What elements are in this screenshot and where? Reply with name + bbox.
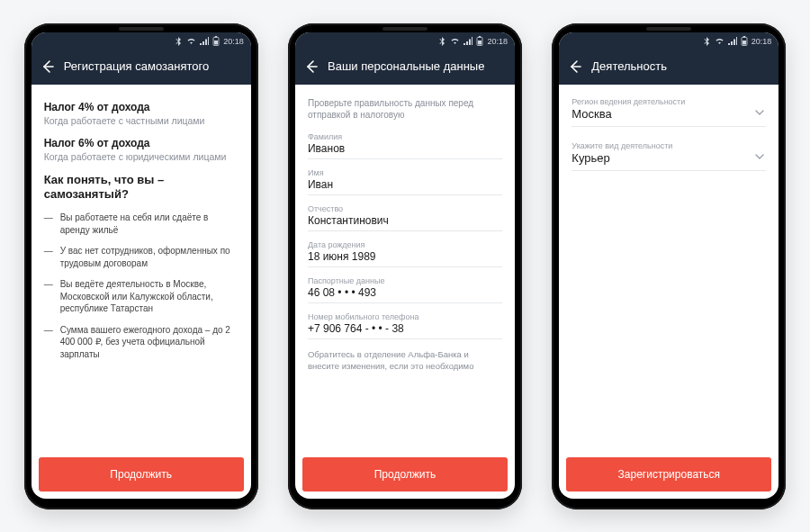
app-bar-title: Регистрация самозанятого: [64, 59, 210, 73]
bluetooth-icon: [439, 37, 446, 46]
field-value: Иван: [308, 178, 502, 191]
screen-3: 20:18 Деятельность Регион ведения деятел…: [559, 32, 778, 499]
dob-field[interactable]: Дата рождения 18 июня 1989: [308, 240, 502, 267]
app-bar-title: Ваши персональные данные: [328, 59, 484, 73]
signal-icon: [464, 37, 472, 45]
activity-select[interactable]: Укажите вид деятельности Курьер: [572, 141, 766, 171]
wifi-icon: [715, 37, 724, 45]
region-select[interactable]: Регион ведения деятельности Москва: [572, 97, 766, 127]
svg-rect-6: [479, 36, 481, 38]
status-time: 20:18: [487, 37, 508, 46]
svg-rect-1: [214, 41, 218, 45]
app-bar: Регистрация самозанятого: [32, 50, 251, 85]
back-arrow-icon[interactable]: [40, 59, 55, 74]
list-item: Вы работаете на себя или сдаёте в аренду…: [44, 212, 238, 236]
tax-4-heading: Налог 4% от дохода: [44, 101, 238, 113]
field-value: Константинович: [308, 214, 502, 227]
field-value: +7 906 764 - • • - 38: [308, 322, 502, 335]
battery-icon: [741, 36, 748, 46]
field-label: Номер мобильного телефона: [308, 312, 502, 321]
phone-mockup-1: 20:18 Регистрация самозанятого Налог 4% …: [24, 23, 258, 509]
question-heading: Как понять, что вы – самозанятый?: [44, 173, 238, 203]
surname-field[interactable]: Фамилия Иванов: [308, 132, 502, 159]
bluetooth-icon: [176, 37, 183, 46]
status-bar: 20:18: [295, 32, 515, 50]
phone-mockup-2: 20:18 Ваши персональные данные Проверьте…: [288, 23, 522, 509]
list-item: Сумма вашего ежегодного дохода – до 2 40…: [44, 324, 238, 361]
tax-6-subtext: Когда работаете с юридическими лицами: [44, 151, 238, 162]
status-bar: 20:18: [32, 32, 251, 50]
back-arrow-icon[interactable]: [304, 59, 319, 74]
app-bar: Ваши персональные данные: [295, 50, 515, 85]
field-label: Отчество: [308, 204, 502, 213]
select-label: Укажите вид деятельности: [572, 141, 766, 150]
content-area: Налог 4% от дохода Когда работаете с час…: [32, 85, 251, 450]
select-value: Москва: [572, 107, 766, 121]
tax-6-heading: Налог 6% от дохода: [44, 137, 238, 149]
patronymic-field[interactable]: Отчество Константинович: [308, 204, 502, 231]
app-bar: Деятельность: [559, 50, 778, 85]
battery-icon: [212, 36, 220, 46]
status-time: 20:18: [752, 37, 772, 46]
content-area: Проверьте правильность данных перед отпр…: [295, 85, 515, 450]
bank-note-text: Обратитесь в отделение Альфа-Банка и вне…: [308, 348, 502, 373]
phone-mockup-3: 20:18 Деятельность Регион ведения деятел…: [552, 23, 786, 509]
list-item: Вы ведёте деятельность в Москве, Московс…: [44, 278, 238, 315]
chevron-down-icon: [755, 152, 764, 161]
svg-rect-5: [478, 41, 482, 45]
tax-4-subtext: Когда работаете с частными лицами: [44, 115, 238, 126]
field-value: 18 июня 1989: [308, 250, 502, 263]
wifi-icon: [450, 37, 460, 45]
back-arrow-icon[interactable]: [568, 59, 582, 74]
screen-2: 20:18 Ваши персональные данные Проверьте…: [295, 32, 515, 499]
field-value: Иванов: [308, 142, 502, 155]
field-label: Дата рождения: [308, 240, 502, 249]
chevron-down-icon: [755, 108, 764, 117]
bluetooth-icon: [704, 37, 711, 46]
svg-rect-2: [215, 36, 217, 38]
battery-icon: [476, 36, 483, 46]
app-bar-title: Деятельность: [591, 59, 667, 73]
select-value: Курьер: [572, 151, 766, 165]
phone-field[interactable]: Номер мобильного телефона +7 906 764 - •…: [308, 312, 502, 339]
signal-icon: [200, 37, 209, 45]
criteria-list: Вы работаете на себя или сдаёте в аренду…: [44, 212, 238, 360]
field-label: Паспортные данные: [308, 276, 502, 285]
list-item: У вас нет сотрудников, оформленных по тр…: [44, 245, 238, 269]
instruction-text: Проверьте правильность данных перед отпр…: [308, 97, 502, 122]
field-label: Фамилия: [308, 132, 502, 141]
status-time: 20:18: [223, 37, 244, 46]
screen-1: 20:18 Регистрация самозанятого Налог 4% …: [32, 32, 251, 499]
continue-button[interactable]: Продолжить: [302, 457, 508, 491]
continue-button[interactable]: Продолжить: [39, 457, 244, 491]
name-field[interactable]: Имя Иван: [308, 168, 502, 195]
svg-rect-9: [742, 41, 746, 45]
signal-icon: [728, 37, 737, 45]
passport-field[interactable]: Паспортные данные 46 08 • • • 493: [308, 276, 502, 303]
content-area: Регион ведения деятельности Москва Укажи…: [559, 85, 778, 450]
wifi-icon: [186, 37, 196, 45]
select-label: Регион ведения деятельности: [572, 97, 766, 106]
field-label: Имя: [308, 168, 502, 177]
field-value: 46 08 • • • 493: [308, 286, 502, 299]
svg-rect-10: [743, 36, 745, 38]
status-bar: 20:18: [559, 32, 778, 50]
register-button[interactable]: Зарегистрироваться: [566, 457, 771, 491]
